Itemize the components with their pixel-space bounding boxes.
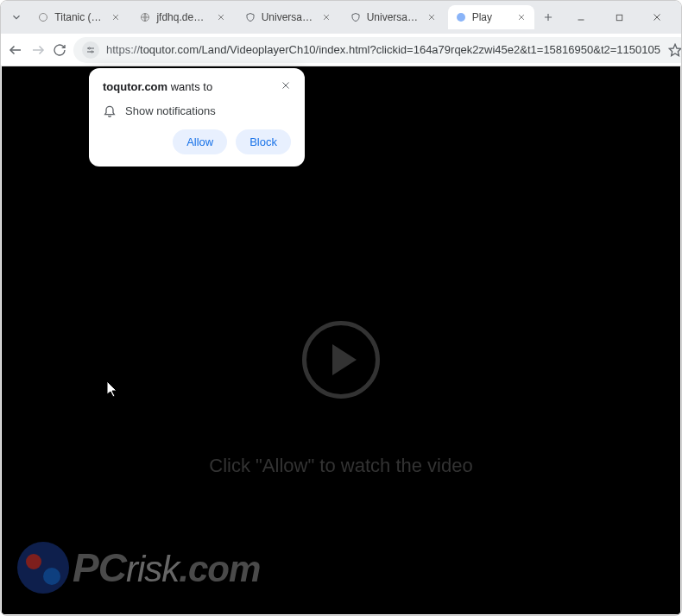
bell-icon bbox=[103, 104, 117, 117]
close-icon bbox=[322, 13, 331, 22]
close-icon bbox=[427, 13, 436, 22]
tab-title: Universal Ad B bbox=[262, 11, 315, 23]
site-info-button[interactable] bbox=[82, 41, 99, 59]
tab-universal-2[interactable]: Universal Ad B bbox=[343, 5, 445, 29]
tab-close-button[interactable] bbox=[515, 11, 527, 23]
address-bar[interactable]: https://toqutor.com/Land/VideoplayerCh10… bbox=[73, 37, 682, 63]
notification-header: toqutor.com wants to bbox=[103, 80, 291, 93]
favicon-icon bbox=[455, 11, 467, 23]
favicon-icon bbox=[350, 11, 362, 23]
tab-close-button[interactable] bbox=[426, 11, 438, 23]
back-button[interactable] bbox=[8, 38, 23, 62]
play-button[interactable] bbox=[302, 321, 380, 399]
close-icon bbox=[652, 12, 662, 22]
search-tabs-button[interactable] bbox=[6, 5, 27, 29]
chevron-down-icon bbox=[10, 11, 22, 23]
svg-point-23 bbox=[89, 47, 91, 49]
allow-button[interactable]: Allow bbox=[173, 129, 227, 154]
mouse-cursor-icon bbox=[107, 381, 119, 402]
arrow-right-icon bbox=[30, 42, 46, 58]
toolbar: https://toqutor.com/Land/VideoplayerCh10… bbox=[1, 34, 681, 66]
notification-actions: Allow Block bbox=[103, 129, 291, 154]
window-controls bbox=[562, 4, 676, 30]
new-tab-button[interactable] bbox=[538, 5, 559, 29]
close-icon bbox=[111, 13, 120, 22]
bookmark-button[interactable] bbox=[667, 42, 682, 58]
close-icon bbox=[281, 80, 291, 91]
tab-close-button[interactable] bbox=[320, 11, 332, 23]
tab-title: Titanic (1997) bbox=[54, 11, 104, 23]
reload-button[interactable] bbox=[53, 38, 66, 62]
block-button[interactable]: Block bbox=[236, 129, 291, 154]
browser-window: Titanic (1997) jfdhq.denaliv... Universa… bbox=[0, 0, 682, 616]
svg-point-24 bbox=[92, 51, 93, 53]
tune-icon bbox=[85, 45, 96, 55]
notification-title: toqutor.com wants to bbox=[103, 80, 212, 93]
favicon-icon bbox=[37, 11, 49, 23]
tab-jfdhq[interactable]: jfdhq.denaliv... bbox=[132, 5, 233, 29]
play-icon bbox=[332, 344, 357, 375]
tab-title: Universal Ad B bbox=[367, 11, 420, 23]
prompt-text: Click "Allow" to watch the video bbox=[209, 455, 472, 477]
watermark-logo-icon bbox=[17, 542, 69, 594]
maximize-icon bbox=[615, 13, 624, 22]
play-favicon-icon bbox=[456, 12, 466, 22]
favicon-icon bbox=[244, 11, 256, 23]
globe-icon bbox=[140, 12, 150, 22]
tab-title: Play bbox=[472, 11, 510, 23]
svg-marker-25 bbox=[669, 44, 680, 55]
watermark-text: PCrisk.com bbox=[73, 544, 260, 591]
tab-titanic[interactable]: Titanic (1997) bbox=[30, 5, 129, 29]
favicon-icon bbox=[139, 11, 151, 23]
notification-dialog: toqutor.com wants to Show notifications … bbox=[89, 68, 305, 167]
watermark: PCrisk.com bbox=[17, 542, 260, 594]
maximize-button[interactable] bbox=[600, 4, 638, 30]
notification-close-button[interactable] bbox=[281, 80, 291, 93]
svg-point-10 bbox=[457, 13, 465, 22]
star-icon bbox=[668, 43, 682, 57]
notification-permission-row: Show notifications bbox=[103, 104, 291, 117]
close-window-button[interactable] bbox=[638, 4, 676, 30]
notification-permission-label: Show notifications bbox=[125, 104, 216, 117]
minimize-icon bbox=[576, 12, 586, 22]
arrow-left-icon bbox=[8, 42, 23, 58]
tab-strip: Titanic (1997) jfdhq.denaliv... Universa… bbox=[1, 1, 681, 34]
tab-title: jfdhq.denaliv... bbox=[156, 11, 209, 23]
reload-icon bbox=[53, 43, 66, 57]
close-icon bbox=[517, 13, 526, 22]
tab-close-button[interactable] bbox=[215, 11, 227, 23]
tab-play[interactable]: Play bbox=[448, 5, 534, 29]
shield-icon bbox=[350, 12, 361, 22]
close-icon bbox=[217, 13, 225, 22]
tab-close-button[interactable] bbox=[110, 11, 122, 23]
svg-point-0 bbox=[40, 14, 47, 22]
plus-icon bbox=[542, 11, 554, 23]
globe-icon bbox=[38, 12, 48, 22]
shield-icon bbox=[245, 12, 256, 22]
url-text: https://toqutor.com/Land/VideoplayerCh10… bbox=[106, 43, 660, 56]
forward-button[interactable] bbox=[30, 38, 46, 62]
svg-rect-16 bbox=[616, 15, 622, 20]
minimize-button[interactable] bbox=[562, 4, 600, 30]
tab-universal-1[interactable]: Universal Ad B bbox=[237, 5, 339, 29]
